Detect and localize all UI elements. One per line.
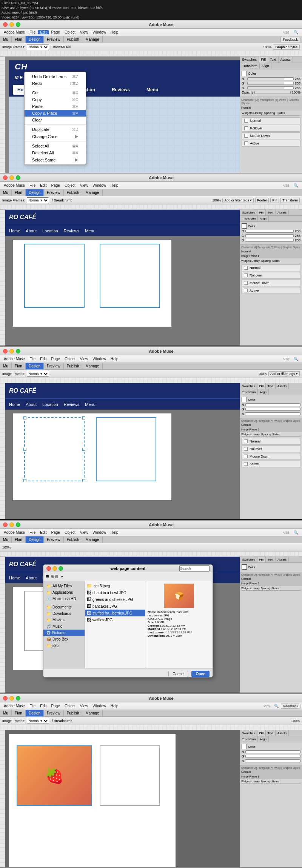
t3-design[interactable]: Design <box>26 363 44 369</box>
rpt4-fill[interactable]: Fill <box>257 557 266 562</box>
menu-adobe-muse[interactable]: Adobe Muse <box>2 30 27 34</box>
t4-publish[interactable]: Publish <box>64 536 83 543</box>
wt2-library[interactable]: Widgets Library <box>241 260 260 262</box>
search-icon-4[interactable]: 🔍 <box>291 530 300 535</box>
s3-rollover[interactable]: Rollover <box>241 446 301 452</box>
m3-adobe[interactable]: Adobe Muse <box>2 357 27 361</box>
feedback-5[interactable]: Feedback <box>281 704 300 709</box>
dialog-minimize[interactable] <box>52 566 57 571</box>
menu-help[interactable]: Help <box>108 30 121 34</box>
s3-mousedown[interactable]: Mouse Down <box>241 453 301 460</box>
s3-active[interactable]: Active <box>241 461 301 467</box>
m5-help[interactable]: Help <box>108 704 121 708</box>
t2-publish[interactable]: Publish <box>64 189 83 196</box>
wt5-states[interactable]: States <box>271 780 279 783</box>
sr2-b-bar[interactable] <box>245 239 294 242</box>
file-pancakes[interactable]: 🖼 pancakes.JPG <box>85 603 145 610</box>
file-stuffed[interactable]: 🖼 stuffed fra...berries.JPG <box>85 610 145 616</box>
rpt5-text[interactable]: Text <box>266 730 276 736</box>
s2-mousedown[interactable]: Mouse Down <box>241 280 301 286</box>
states-tab[interactable]: States <box>277 111 285 115</box>
m4-window[interactable]: Window <box>90 530 108 535</box>
slider-r-bar[interactable] <box>247 77 294 80</box>
wt2-spacing[interactable]: Spacing <box>261 260 271 262</box>
s2-active[interactable]: Active <box>241 287 301 294</box>
handle-bl[interactable] <box>23 479 26 482</box>
minimize-btn-2[interactable] <box>9 175 14 180</box>
m5-view[interactable]: View <box>78 704 91 708</box>
color-swatch[interactable] <box>242 71 247 76</box>
menu-change-case[interactable]: Change Case ▶ <box>25 133 86 140</box>
cs4[interactable] <box>242 564 247 570</box>
menu-copy[interactable]: Copy ⌘C <box>25 96 86 103</box>
search-icon-3[interactable]: 🔍 <box>291 357 300 361</box>
t5-publish[interactable]: Publish <box>64 710 83 716</box>
tab-text[interactable]: Text <box>268 57 279 63</box>
sr2-g-bar[interactable] <box>245 234 294 237</box>
n2-menu[interactable]: Menu <box>85 229 96 233</box>
state-mousedown[interactable]: Mouse Down <box>242 132 300 139</box>
menu-cut[interactable]: Cut ⌘X <box>25 89 86 96</box>
sidebar-dropbox[interactable]: 📦 Drop Box <box>43 636 85 642</box>
s2-normal[interactable]: Normal <box>241 264 301 271</box>
m3-edit[interactable]: Edit <box>38 357 49 361</box>
tab-align[interactable]: Align <box>260 63 271 69</box>
rpt2-swatches[interactable]: Swatches <box>240 210 257 215</box>
dialog-search[interactable] <box>179 565 210 571</box>
m2-file[interactable]: File <box>27 183 38 187</box>
m2-edit[interactable]: Edit <box>38 183 49 187</box>
rpt3-align[interactable]: Align <box>258 389 269 395</box>
menu-object[interactable]: Object <box>62 30 78 34</box>
t4-manage[interactable]: Manage <box>82 536 102 543</box>
close-btn-2[interactable] <box>3 175 8 180</box>
t2-design[interactable]: Design <box>26 189 44 196</box>
search-icon-5[interactable]: 🔍 <box>272 704 281 708</box>
tab-assets[interactable]: Assets <box>279 57 293 63</box>
view-icon[interactable]: ☰ <box>46 575 49 579</box>
t5-plan[interactable]: Plan <box>12 710 26 716</box>
s3-normal[interactable]: Normal <box>241 438 301 445</box>
file-cat3[interactable]: 📁 cat 3.jpeg <box>85 582 145 589</box>
wt3-spacing[interactable]: Spacing <box>261 433 271 436</box>
menu-copy-place[interactable]: Copy & Place ⌘V <box>25 110 86 117</box>
t5-design[interactable]: Design <box>26 710 44 716</box>
t5-preview[interactable]: Preview <box>44 710 64 716</box>
rpt5-transform[interactable]: Transform <box>240 736 258 742</box>
rpt3-text[interactable]: Text <box>266 383 276 389</box>
image-frames-sel-2[interactable]: Normal ▾ <box>27 197 49 203</box>
file-greens[interactable]: 🖼 greens and cheese.JPG <box>85 596 145 603</box>
rpt4-text[interactable]: Text <box>266 557 276 562</box>
rpt2-assets[interactable]: Assets <box>276 210 289 215</box>
menu-file[interactable]: File <box>27 30 38 34</box>
menu-deselect-all[interactable]: Deselect All ⌘A <box>25 149 86 156</box>
maximize-btn-3[interactable] <box>16 349 20 353</box>
sr3-r-bar[interactable] <box>245 403 301 406</box>
wt4-spacing[interactable]: Spacing <box>261 587 270 590</box>
rpt2-align[interactable]: Align <box>258 216 269 221</box>
graphic-styles-btn[interactable]: Graphic Styles <box>273 45 300 50</box>
maximize-btn-4[interactable] <box>16 522 20 527</box>
n3-about[interactable]: About <box>26 402 37 407</box>
nav-menu[interactable]: Menu <box>142 85 163 95</box>
pin-2[interactable]: Pin <box>270 198 279 203</box>
t4-plan[interactable]: Plan <box>12 536 26 543</box>
m3-page[interactable]: Page <box>49 357 62 361</box>
m5-edit[interactable]: Edit <box>38 704 49 708</box>
image-frames-select[interactable]: Normal ▾ <box>27 44 49 50</box>
sidebar-s2b[interactable]: 📁 s2b <box>43 642 85 649</box>
n2-location[interactable]: Location <box>42 229 58 233</box>
handle-tl[interactable] <box>23 416 26 419</box>
t3-preview[interactable]: Preview <box>44 363 64 369</box>
menu-page[interactable]: Page <box>49 30 62 34</box>
widgets-library-tab[interactable]: Widgets Library <box>242 111 263 115</box>
m5-file[interactable]: File <box>27 704 38 708</box>
m2-view[interactable]: View <box>78 183 91 187</box>
handle-ml[interactable] <box>23 448 26 451</box>
n3-home[interactable]: Home <box>9 402 20 407</box>
close-btn-5[interactable] <box>3 696 8 701</box>
maximize-btn-5[interactable] <box>16 696 20 701</box>
handle-mr[interactable] <box>82 448 85 451</box>
color-swatch-2[interactable] <box>242 223 247 229</box>
n3-location[interactable]: Location <box>42 402 58 407</box>
state-active[interactable]: Active <box>242 140 300 147</box>
